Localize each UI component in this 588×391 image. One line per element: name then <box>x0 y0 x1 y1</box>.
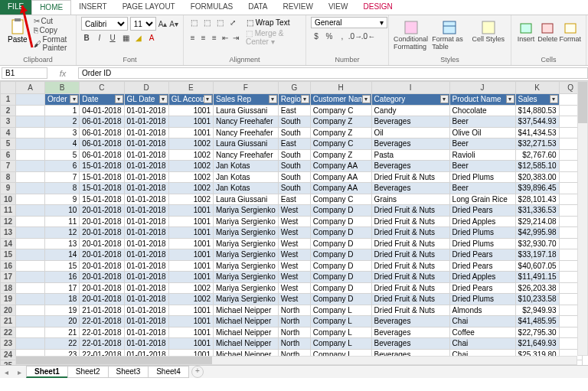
cell[interactable]: Michael Neipper <box>213 316 278 327</box>
paste-button[interactable]: Paste <box>5 17 31 45</box>
cell[interactable]: 15-01-2018 <box>80 194 124 205</box>
cell[interactable]: 9 <box>45 194 80 205</box>
cell[interactable]: 21-01-2018 <box>80 305 124 316</box>
cell[interactable]: West <box>278 294 310 305</box>
cell[interactable]: 1001 <box>168 316 213 327</box>
cell[interactable]: 01-01-2018 <box>124 260 168 272</box>
cell[interactable]: Beverages <box>371 338 449 350</box>
cell[interactable]: 01-01-2018 <box>124 316 168 327</box>
cell[interactable]: Mariya Sergienko <box>213 260 278 272</box>
col-header-C[interactable]: C <box>80 82 124 94</box>
cell[interactable]: $31,336.53 <box>515 205 559 217</box>
cell[interactable]: $14,880.53 <box>515 105 559 116</box>
cell[interactable]: Jan Kotas <box>213 161 278 172</box>
ribbon-tab-view[interactable]: VIEW <box>321 0 356 15</box>
cell[interactable]: 22-01-2018 <box>80 316 124 327</box>
cell[interactable]: Mariya Sergienko <box>213 216 278 227</box>
cell[interactable]: $40,607.05 <box>515 260 559 272</box>
decrease-decimal-icon[interactable]: .0← <box>363 31 374 41</box>
filter-dropdown-icon[interactable]: ▾ <box>550 95 558 103</box>
filter-dropdown-icon[interactable]: ▾ <box>204 95 212 103</box>
cell[interactable]: Company L <box>310 316 371 327</box>
vertical-scrollbar[interactable] <box>577 81 588 356</box>
cell[interactable]: 01-01-2018 <box>124 327 168 338</box>
row-header[interactable]: 21 <box>1 316 16 327</box>
cell[interactable]: 1001 <box>168 116 213 128</box>
cell[interactable]: 06-01-2018 <box>80 138 124 150</box>
row-header[interactable]: 9 <box>1 183 16 194</box>
cell[interactable]: 21 <box>45 327 80 338</box>
cell[interactable]: $22,795.30 <box>515 327 559 338</box>
cell[interactable]: 01-01-2018 <box>124 305 168 316</box>
cell[interactable]: Mariya Sergienko <box>213 272 278 283</box>
cell[interactable]: Company D <box>310 249 371 261</box>
cell[interactable]: Dried Plums <box>449 171 515 183</box>
cell[interactable]: Laura Giussani <box>213 138 278 150</box>
cell[interactable]: 20-01-2018 <box>80 272 124 283</box>
cell[interactable]: 01-01-2018 <box>124 249 168 261</box>
cell[interactable]: North <box>278 338 310 350</box>
cell[interactable]: 01-01-2018 <box>124 138 168 150</box>
cell[interactable]: Company D <box>310 238 371 249</box>
decrease-font-icon[interactable]: A▾ <box>169 18 178 29</box>
cell[interactable]: Company D <box>310 282 371 294</box>
cell[interactable]: 15-01-2018 <box>80 171 124 183</box>
cell[interactable]: Dried Plums <box>449 238 515 249</box>
row-header[interactable]: 16 <box>1 260 16 272</box>
cell[interactable]: 10 <box>45 205 80 217</box>
cell[interactable]: $10,233.58 <box>515 294 559 305</box>
cell[interactable]: Company D <box>310 216 371 227</box>
cell[interactable]: Pasta <box>371 149 449 161</box>
cell[interactable]: Laura Giussani <box>213 105 278 116</box>
cell[interactable]: 1001 <box>168 127 213 138</box>
row-header[interactable]: 7 <box>1 161 16 172</box>
cell[interactable]: Michael Neipper <box>213 305 278 316</box>
cell[interactable]: 15-01-2018 <box>80 161 124 172</box>
cell[interactable]: 1002 <box>168 171 213 183</box>
grid[interactable]: ABCDEFGHIJKQ1Order ID▾Date▾GL Date▾GL Ac… <box>0 81 583 372</box>
cell[interactable]: Jan Kotas <box>213 171 278 183</box>
cell[interactable]: $42,995.98 <box>515 227 559 239</box>
cell[interactable]: 06-01-2018 <box>80 127 124 138</box>
cell[interactable]: Mariya Sergienko <box>213 238 278 249</box>
row-header[interactable]: 13 <box>1 227 16 239</box>
format-cells-button[interactable]: Format <box>559 20 581 43</box>
conditional-formatting-button[interactable]: Conditional Formatting <box>394 20 429 51</box>
cell-styles-button[interactable]: Cell Styles <box>471 20 506 43</box>
insert-cells-button[interactable]: Insert <box>516 20 536 43</box>
filter-dropdown-icon[interactable]: ▾ <box>362 95 371 103</box>
cell[interactable]: Beverages <box>371 327 449 338</box>
cell[interactable]: Dried Fruit & Nuts <box>371 205 449 217</box>
increase-decimal-icon[interactable]: .0→ <box>350 31 361 41</box>
cell[interactable]: 01-01-2018 <box>124 127 168 138</box>
cell[interactable]: Almonds <box>449 305 515 316</box>
cell[interactable]: Michael Neipper <box>213 338 278 350</box>
cell[interactable]: Dried Fruit & Nuts <box>371 305 449 316</box>
row-header[interactable]: 23 <box>1 338 16 350</box>
cell[interactable]: 01-01-2018 <box>124 272 168 283</box>
row-header[interactable]: 6 <box>1 149 16 161</box>
cell[interactable]: Company D <box>310 294 371 305</box>
cell[interactable]: $32,930.70 <box>515 238 559 249</box>
sheet-tab-sheet1[interactable]: Sheet1 <box>26 366 68 378</box>
sheet-nav-next[interactable]: ▸ <box>13 368 26 376</box>
cell[interactable]: South <box>278 171 310 183</box>
cell[interactable]: 01-01-2018 <box>124 205 168 217</box>
row-header[interactable]: 22 <box>1 327 16 338</box>
cell[interactable]: Mariya Sergienko <box>213 282 278 294</box>
cell[interactable]: 1 <box>45 105 80 116</box>
orientation-icon[interactable]: ⤢ <box>227 17 238 28</box>
cell[interactable]: Dried Fruit & Nuts <box>371 282 449 294</box>
cell[interactable]: $11,491.15 <box>515 272 559 283</box>
cell[interactable]: 01-01-2018 <box>124 338 168 350</box>
row-header[interactable]: 12 <box>1 216 16 227</box>
cell[interactable]: Beer <box>449 116 515 128</box>
indent-inc-icon[interactable]: ⇥ <box>232 32 240 43</box>
border-button[interactable]: ▦ <box>120 32 131 43</box>
cell[interactable]: North <box>278 305 310 316</box>
row-header[interactable]: 5 <box>1 138 16 150</box>
cell[interactable]: West <box>278 238 310 249</box>
cell[interactable]: West <box>278 272 310 283</box>
cell[interactable]: Beverages <box>371 316 449 327</box>
col-header-J[interactable]: J <box>449 82 515 94</box>
